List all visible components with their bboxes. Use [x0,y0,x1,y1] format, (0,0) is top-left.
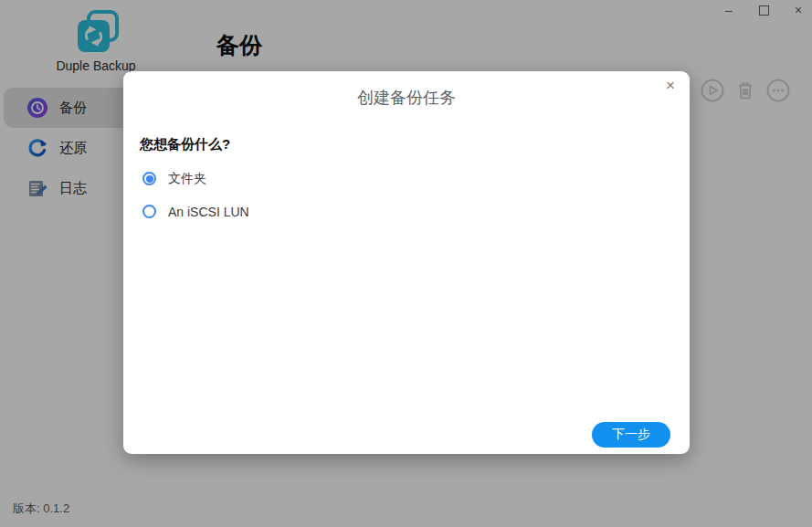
create-backup-task-dialog: × 创建备份任务 您想备份什么? 文件夹 An iSCSI LUN 下一步 [123,71,690,454]
next-button[interactable]: 下一步 [592,422,670,448]
option-label: 文件夹 [168,171,206,187]
dialog-question: 您想备份什么? [140,136,690,153]
dialog-title: 创建备份任务 [123,87,690,109]
close-dialog-icon[interactable]: × [662,75,679,97]
option-iscsi-lun[interactable]: An iSCSI LUN [142,204,690,219]
option-folder[interactable]: 文件夹 [142,171,690,186]
radio-folder[interactable] [142,172,156,185]
radio-iscsi-lun[interactable] [142,205,156,218]
option-label: An iSCSI LUN [168,205,249,219]
